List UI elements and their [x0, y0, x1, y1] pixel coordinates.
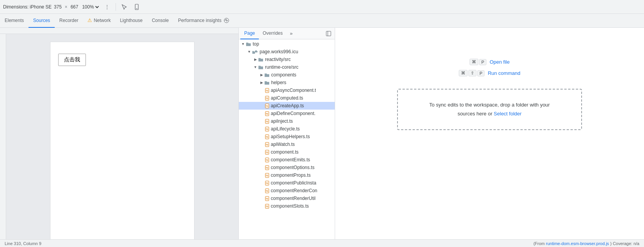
folder-cloud-icon: [252, 49, 258, 54]
file-icon-apiinject: TS: [265, 119, 269, 124]
arrow-reactivity: ▶: [253, 57, 258, 62]
tree-label-component: component.ts: [271, 149, 299, 155]
subtab-page[interactable]: Page: [240, 28, 259, 39]
device-icon: [134, 4, 140, 10]
select-element-button[interactable]: [119, 2, 130, 12]
cursor-icon: [121, 4, 127, 10]
tree-item-page-works[interactable]: ▼ page.works996.icu: [239, 48, 335, 56]
status-coverage: (From runtime-dom.esm-browser.prod.js ) …: [533, 241, 639, 246]
list-item[interactable]: TS apiInject.ts: [239, 117, 335, 125]
tree-item-top[interactable]: ▼ top: [239, 40, 335, 48]
status-file-link[interactable]: runtime-dom.esm-browser.prod.js: [546, 241, 609, 246]
list-item[interactable]: TS apiComputed.ts: [239, 94, 335, 102]
run-command-kbd: ⌘ ⇧ P: [459, 70, 485, 76]
file-icon-componentrenderutil: TS: [265, 196, 269, 201]
subtab-more-button[interactable]: »: [287, 29, 296, 38]
sidebar-panel-button[interactable]: [324, 29, 333, 38]
file-icon-apidefine: TS: [265, 111, 269, 116]
tree-label-apicreateapp: apiCreateApp.ts: [271, 103, 304, 108]
tab-sources-label: Sources: [33, 18, 50, 23]
open-file-kbd: ⌘ P: [470, 59, 486, 65]
status-position: Line 310, Column 9: [5, 241, 41, 246]
tab-recorder-label: Recorder: [59, 18, 78, 23]
zoom-select[interactable]: 100% 75% 50% 125% 150%: [80, 4, 100, 10]
tab-network[interactable]: ⚠ Network: [83, 14, 115, 28]
run-command-link[interactable]: Run command: [488, 70, 520, 76]
svg-text:TS: TS: [266, 97, 268, 100]
file-icon-apiasync: TS: [265, 88, 269, 93]
folder-icon-reactivity: [258, 57, 263, 62]
file-icon-apilifecycle: TS: [265, 127, 269, 132]
sources-panel: Page Overrides » ▼: [239, 28, 644, 239]
tree-label-components: components: [271, 72, 296, 78]
main-content: 点击我 Page Overrides »: [0, 28, 644, 239]
more-options-button[interactable]: ⋮: [102, 2, 112, 12]
file-icon-apiwatch: TS: [265, 142, 269, 147]
tree-label-runtime-core: runtime-core/src: [265, 64, 299, 70]
panel-toggle-icon: [326, 31, 331, 36]
tab-performance-insights[interactable]: Performance insights: [173, 14, 234, 28]
tree-label-apiwatch: apiWatch.ts: [271, 142, 295, 147]
list-item[interactable]: TS componentEmits.ts: [239, 156, 335, 164]
svg-text:TS: TS: [266, 198, 268, 200]
svg-text:TS: TS: [266, 136, 268, 138]
list-item[interactable]: TS apiAsyncComponent.t: [239, 86, 335, 94]
tree-label-componentslots: componentSlots.ts: [271, 203, 309, 209]
toolbar-width: 375: [54, 4, 62, 10]
arrow-helpers: ▶: [259, 80, 264, 85]
device-toolbar-button[interactable]: [131, 2, 142, 12]
tree-item-components[interactable]: ▶ components: [239, 71, 335, 79]
list-item[interactable]: TS componentPublicInsta: [239, 179, 335, 187]
list-item[interactable]: TS componentOptions.ts: [239, 164, 335, 171]
select-folder-link[interactable]: Select folder: [494, 111, 522, 117]
tree-label-apisetup: apiSetupHelpers.ts: [271, 134, 310, 139]
tree-label-componentoptions: componentOptions.ts: [271, 165, 314, 170]
demo-click-button[interactable]: 点击我: [58, 54, 86, 66]
svg-rect-1: [136, 8, 138, 9]
subtab-overrides[interactable]: Overrides: [259, 28, 287, 39]
file-icon-apicomputed: TS: [265, 96, 269, 101]
list-item[interactable]: TS apiCreateApp.ts: [239, 102, 335, 110]
tree-item-runtime-core[interactable]: ▼ runtime-core/src: [239, 63, 335, 71]
list-item[interactable]: TS component.ts: [239, 148, 335, 156]
status-from-label: (From: [533, 241, 545, 246]
folder-icon-runtime-core: [258, 65, 263, 69]
svg-text:TS: TS: [266, 167, 268, 169]
folder-icon-helpers: [264, 80, 270, 85]
ruler-vertical: [0, 34, 6, 239]
tab-recorder[interactable]: Recorder: [55, 14, 83, 28]
tree-label-componentrenderutil: componentRenderUtil: [271, 196, 315, 201]
svg-text:TS: TS: [266, 128, 268, 130]
status-bar: Line 310, Column 9 (From runtime-dom.esm…: [0, 239, 644, 247]
open-file-link[interactable]: Open file: [490, 59, 510, 65]
list-item[interactable]: TS apiWatch.ts: [239, 140, 335, 148]
tree-item-reactivity-src[interactable]: ▶ reactivity/src: [239, 56, 335, 63]
tab-elements[interactable]: Elements: [0, 14, 29, 28]
tab-console[interactable]: Console: [147, 14, 173, 28]
file-icon-component: TS: [265, 150, 269, 155]
list-item[interactable]: TS apiSetupHelpers.ts: [239, 133, 335, 140]
list-item[interactable]: TS apiLifecycle.ts: [239, 125, 335, 133]
svg-text:TS: TS: [266, 90, 268, 92]
svg-text:TS: TS: [266, 174, 268, 177]
network-warning-icon: ⚠: [87, 17, 92, 23]
tab-lighthouse[interactable]: Lighthouse: [115, 14, 147, 28]
subtab-actions: [324, 29, 333, 38]
svg-text:TS: TS: [266, 205, 268, 208]
svg-text:TS: TS: [266, 190, 268, 192]
list-item[interactable]: TS componentRenderCon: [239, 187, 335, 195]
tab-sources[interactable]: Sources: [29, 14, 55, 28]
tree-label-componentpublic: componentPublicInsta: [271, 180, 316, 186]
file-icon-componentslots: TS: [265, 204, 269, 209]
tree-item-helpers[interactable]: ▶ helpers: [239, 79, 335, 86]
tree-label-page-works: page.works996.icu: [260, 49, 298, 54]
run-p-key: P: [477, 70, 485, 76]
drop-zone: To sync edits to the workspace, drop a f…: [397, 89, 582, 130]
list-item[interactable]: TS componentProps.ts: [239, 171, 335, 179]
list-item[interactable]: TS componentRenderUtil: [239, 195, 335, 202]
subtab-page-label: Page: [244, 30, 255, 36]
list-item[interactable]: TS componentSlots.ts: [239, 202, 335, 210]
toolbar: Dimensions: iPhone SE 375 × 667 100% 75%…: [0, 0, 644, 14]
list-item[interactable]: TS apiDefineComponent.: [239, 110, 335, 117]
preview-viewport: 点击我: [6, 34, 238, 239]
